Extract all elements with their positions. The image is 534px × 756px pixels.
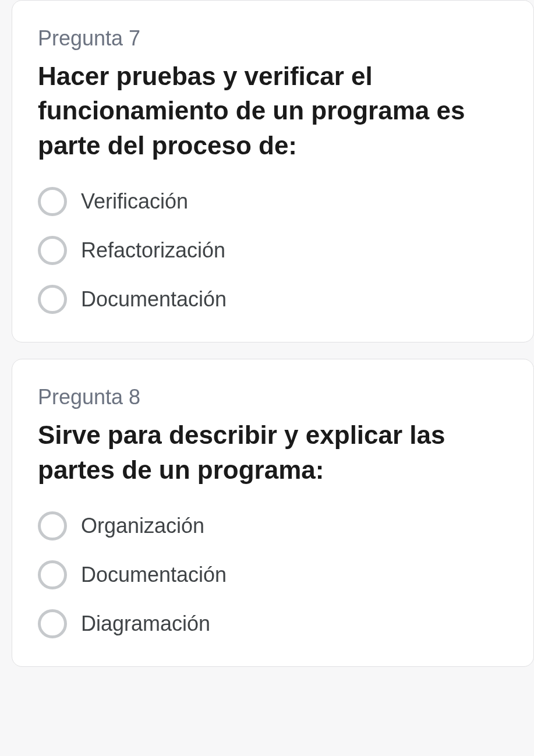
option-label: Documentación [81, 563, 227, 587]
radio-icon[interactable] [38, 187, 67, 216]
radio-icon[interactable] [38, 560, 67, 589]
option-row[interactable]: Documentación [38, 285, 508, 314]
option-row[interactable]: Refactorización [38, 236, 508, 265]
radio-icon[interactable] [38, 285, 67, 314]
option-label: Diagramación [81, 612, 210, 636]
question-number: Pregunta 7 [38, 26, 508, 51]
radio-icon[interactable] [38, 609, 67, 638]
option-row[interactable]: Diagramación [38, 609, 508, 638]
question-text: Hacer pruebas y verificar el funcionamie… [38, 59, 508, 162]
option-label: Organización [81, 514, 204, 538]
option-row[interactable]: Verificación [38, 187, 508, 216]
option-label: Verificación [81, 189, 188, 214]
option-row[interactable]: Documentación [38, 560, 508, 589]
question-card-7: Pregunta 7 Hacer pruebas y verificar el … [12, 0, 534, 342]
option-label: Documentación [81, 287, 227, 312]
radio-icon[interactable] [38, 236, 67, 265]
radio-icon[interactable] [38, 511, 67, 540]
option-label: Refactorización [81, 238, 225, 263]
question-card-8: Pregunta 8 Sirve para describir y explic… [12, 359, 534, 667]
question-text: Sirve para describir y explicar las part… [38, 418, 508, 487]
question-number: Pregunta 8 [38, 385, 508, 409]
option-row[interactable]: Organización [38, 511, 508, 540]
